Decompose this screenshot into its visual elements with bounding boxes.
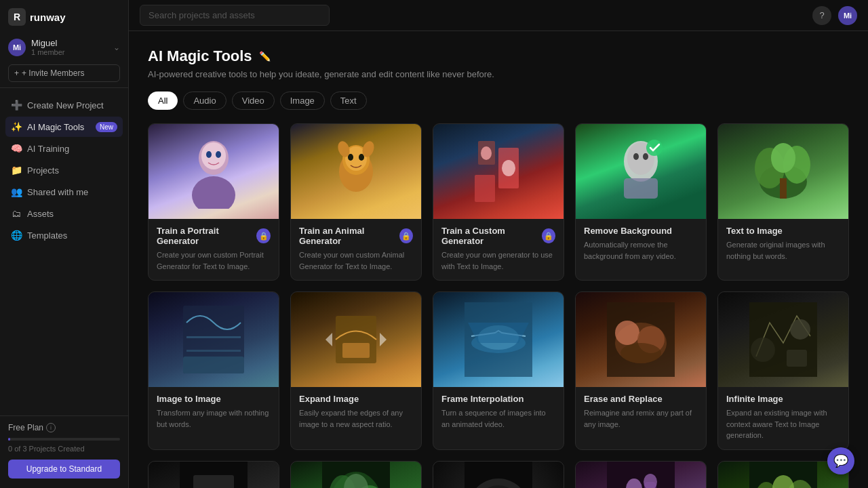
tool-card-b3[interactable] <box>433 461 564 489</box>
sidebar-item-shared-label: Shared with me <box>27 187 88 197</box>
tool-card-frame-interpolation-desc: Turn a sequence of images into an animat… <box>441 407 555 430</box>
tool-card-img-to-img[interactable]: Image to Image Transform any image with … <box>148 291 279 450</box>
tool-card-expand-img[interactable]: Expand Image Easily expand the edges of … <box>290 291 422 450</box>
tool-card-frame-interpolation-title: Frame Interpolation <box>441 394 524 404</box>
invite-label: + Invite Members <box>22 68 84 78</box>
tool-card-portrait-gen[interactable]: Train a Portrait Generator 🔒 Create your… <box>148 123 279 281</box>
tool-card-animal-gen-desc: Create your own custom Animal Generator … <box>299 249 413 272</box>
user-info: Mi Miguel 1 member <box>8 38 65 56</box>
tool-card-img-to-img-body: Image to Image Transform any image with … <box>149 387 279 438</box>
invite-members-button[interactable]: + + Invite Members <box>8 64 120 82</box>
tool-card-portrait-gen-desc: Create your own custom Portrait Generato… <box>157 249 271 272</box>
tool-card-text-to-img-img <box>718 124 848 219</box>
help-icon[interactable]: ? <box>812 6 831 25</box>
progress-bar-track <box>8 438 120 441</box>
tool-grid-row2: Image to Image Transform any image with … <box>148 291 849 450</box>
topbar-avatar[interactable]: Mi <box>838 6 857 25</box>
sidebar-item-templates[interactable]: 🌐 Templates <box>5 225 123 245</box>
tool-card-animal-gen-img <box>291 124 421 219</box>
new-badge: New <box>96 122 117 132</box>
tool-card-animal-gen[interactable]: Train an Animal Generator 🔒 Create your … <box>290 123 422 281</box>
svg-rect-13 <box>475 175 495 202</box>
tool-card-animal-gen-badge: 🔒 <box>399 228 413 243</box>
training-icon: 🧠 <box>11 143 22 154</box>
tool-card-b1[interactable] <box>148 461 279 489</box>
page-header: AI Magic Tools ✏️ AI-powered creative to… <box>148 47 849 79</box>
filter-tabs: All Audio Video Image Text <box>148 92 849 110</box>
tool-card-img-to-img-img <box>149 292 279 387</box>
sidebar-item-assets[interactable]: 🗂 Assets <box>5 203 123 224</box>
sidebar-nav: ➕ Create New Project ✨ AI Magic Tools Ne… <box>0 88 128 415</box>
svg-rect-27 <box>780 178 787 199</box>
create-icon: ➕ <box>11 100 22 110</box>
tool-card-b4[interactable] <box>575 461 707 489</box>
projects-icon: 📁 <box>11 165 22 176</box>
tool-card-remove-bg[interactable]: Remove Background Automatically remove t… <box>575 123 707 281</box>
svg-point-16 <box>502 160 515 176</box>
main-content: ? Mi AI Magic Tools ✏️ AI-powered creati… <box>129 0 868 488</box>
tool-card-custom-gen-body: Train a Custom Generator 🔒 Create your o… <box>433 219 564 280</box>
user-members: 1 member <box>31 48 65 56</box>
filter-video[interactable]: Video <box>232 92 275 110</box>
tool-card-portrait-gen-title: Train a Portrait Generator <box>157 226 256 246</box>
topbar: ? Mi <box>129 0 868 31</box>
search-input[interactable] <box>140 5 330 26</box>
tool-card-b2-img <box>291 462 421 489</box>
tool-card-portrait-gen-body: Train a Portrait Generator 🔒 Create your… <box>149 219 279 280</box>
svg-rect-21 <box>624 178 658 199</box>
progress-bar-fill <box>8 438 10 441</box>
sidebar-item-create[interactable]: ➕ Create New Project <box>5 95 123 115</box>
filter-image[interactable]: Image <box>280 92 325 110</box>
logo-text: runway <box>30 12 66 23</box>
tool-card-erase-replace[interactable]: Erase and Replace Reimagine and remix an… <box>575 291 707 450</box>
magic-tools-icon: ✨ <box>11 121 22 132</box>
sidebar-item-assets-label: Assets <box>27 209 54 219</box>
tool-card-remove-bg-desc: Automatically remove the background from… <box>584 239 698 262</box>
tool-card-text-to-img[interactable]: Text to Image Generate original images w… <box>717 123 849 281</box>
filter-all[interactable]: All <box>148 92 178 110</box>
tool-card-infinite-img-body: Infinite Image Expand an existing image … <box>718 387 848 449</box>
sidebar-item-magic-tools[interactable]: ✨ AI Magic Tools New <box>5 117 123 137</box>
upgrade-button[interactable]: Upgrade to Standard <box>8 460 120 479</box>
tool-card-frame-interpolation[interactable]: Frame Interpolation Turn a sequence of i… <box>433 291 564 450</box>
edit-icon[interactable]: ✏️ <box>259 51 271 62</box>
tool-card-b2[interactable] <box>290 461 422 489</box>
svg-point-26 <box>771 143 795 173</box>
chat-bubble[interactable]: 💬 <box>827 447 854 474</box>
svg-point-4 <box>216 151 221 158</box>
tool-card-erase-replace-title: Erase and Replace <box>584 394 663 404</box>
tool-card-remove-bg-body: Remove Background Automatically remove t… <box>576 219 706 270</box>
sidebar-item-templates-label: Templates <box>27 230 67 241</box>
tool-card-portrait-gen-title-row: Train a Portrait Generator 🔒 <box>157 226 271 246</box>
sidebar: R runway Mi Miguel 1 member ⌄ + + Invite… <box>0 0 129 488</box>
sidebar-item-create-label: Create New Project <box>27 100 104 110</box>
tool-card-frame-interpolation-title-row: Frame Interpolation <box>441 394 555 404</box>
user-details: Miguel 1 member <box>31 38 65 56</box>
tool-card-infinite-img[interactable]: Infinite Image Expand an existing image … <box>717 291 849 450</box>
sidebar-item-training[interactable]: 🧠 AI Training <box>5 138 123 159</box>
tool-card-expand-img-img <box>291 292 421 387</box>
filter-audio[interactable]: Audio <box>183 92 226 110</box>
svg-point-3 <box>206 151 212 158</box>
tool-card-b4-img <box>576 462 706 489</box>
sidebar-item-training-label: AI Training <box>27 144 69 154</box>
sidebar-item-projects[interactable]: 📁 Projects <box>5 160 123 180</box>
sidebar-item-magic-tools-label: AI Magic Tools <box>27 122 84 132</box>
tool-card-frame-interpolation-body: Frame Interpolation Turn a sequence of i… <box>433 387 564 438</box>
tool-card-remove-bg-title: Remove Background <box>584 226 672 236</box>
tool-card-custom-gen-badge: 🔒 <box>542 228 555 243</box>
runway-logo: R runway <box>8 8 120 26</box>
svg-rect-30 <box>186 350 241 352</box>
svg-rect-29 <box>186 336 241 338</box>
tool-card-img-to-img-title: Image to Image <box>157 394 221 404</box>
tool-card-expand-img-title-row: Expand Image <box>299 394 413 404</box>
filter-text[interactable]: Text <box>330 92 367 110</box>
tool-card-remove-bg-title-row: Remove Background <box>584 226 698 236</box>
topbar-right: ? Mi <box>812 6 857 25</box>
tool-card-custom-gen[interactable]: Train a Custom Generator 🔒 Create your o… <box>433 123 564 281</box>
sidebar-item-shared[interactable]: 👥 Shared with me <box>5 182 123 202</box>
avatar: Mi <box>8 39 26 56</box>
sidebar-item-projects-label: Projects <box>27 165 59 176</box>
svg-point-2 <box>201 142 226 169</box>
tool-card-frame-interpolation-img <box>433 292 564 387</box>
